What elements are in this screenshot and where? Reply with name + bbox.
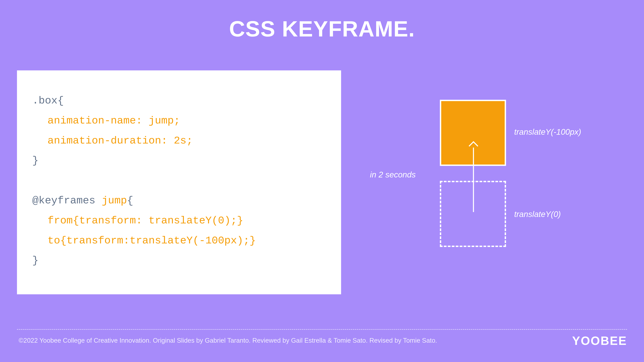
code-line-3: animation-duration: 2s;	[32, 131, 326, 151]
code-line-4: }	[32, 151, 326, 171]
slide-title: CSS KEYFRAME.	[0, 0, 644, 41]
code-keyframes-brace: {	[127, 195, 133, 207]
code-line-6: from{transform: translateY(0);}	[32, 211, 326, 231]
footer-logo: YOOBEE	[572, 334, 627, 348]
diagram-label-duration: in 2 seconds	[370, 170, 416, 179]
footer-text: ©2022 Yoobee College of Creative Innovat…	[19, 337, 437, 344]
code-keyframes-name: jump	[102, 195, 127, 207]
code-line-5: @keyframes jump{	[32, 191, 326, 211]
code-line-1: .box{	[32, 91, 326, 111]
diagram-label-top: translateY(-100px)	[514, 127, 581, 137]
arrow-up-icon	[470, 142, 477, 214]
diagram-label-bottom: translateY(0)	[514, 210, 561, 219]
code-line-2: animation-name: jump;	[32, 111, 326, 131]
code-keyframes-keyword: @keyframes	[32, 195, 102, 207]
code-line-7: to{transform:translateY(-100px);}	[32, 231, 326, 251]
code-block: .box{ animation-name: jump; animation-du…	[17, 70, 341, 294]
code-line-blank	[32, 171, 326, 191]
footer-divider	[17, 329, 627, 330]
code-line-8: }	[32, 251, 326, 271]
diagram: translateY(-100px) translateY(0) in 2 se…	[370, 97, 624, 266]
